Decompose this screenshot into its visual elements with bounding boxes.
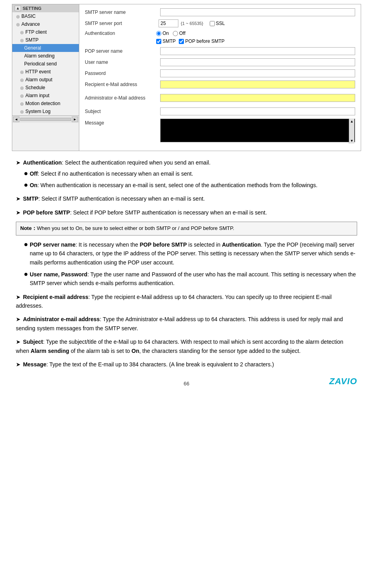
alarm-output-icon: ◎	[20, 78, 24, 82]
auth-on-label[interactable]: On	[156, 31, 169, 36]
page-footer: 66 ZAVIO	[12, 381, 361, 387]
recipient-p: ➤ Recipient e-mail address: Type the rec…	[16, 293, 357, 310]
authentication-label: Authentication	[85, 31, 156, 36]
recipient-heading: Recipient e-mail address	[23, 294, 88, 300]
sidebar-scroll-top[interactable]: ▲	[15, 6, 21, 11]
page-number: 66	[184, 381, 189, 387]
pop-before-smtp-text: : Select if POP before SMTP authenticati…	[70, 209, 267, 216]
form-panel: SMTP server name SMTP server port {1 ~ 6…	[79, 4, 361, 151]
message-para: ➤ Message: Type the text of the E-mail u…	[16, 360, 357, 369]
smtp-checkbox-label[interactable]: SMTP	[156, 38, 176, 44]
sidebar-item-alarm-sending[interactable]: Alarm sending	[12, 52, 79, 60]
sidebar-label-http: HTTP event	[25, 69, 51, 75]
message-text: : Type the text of the E-mail up to 384 …	[46, 361, 274, 368]
smtp-server-name-label: SMTP server name	[85, 10, 156, 15]
authentication-p: ➤ Authentication: Select the authenticat…	[16, 158, 357, 167]
arrow-prefix-recipient: ➤	[16, 294, 21, 300]
bullet-on: ● On: When authentication is necessary a…	[24, 181, 357, 190]
smtp-server-port-row: SMTP server port {1 ~ 65535} SSL	[85, 19, 355, 27]
smtp-server-name-input[interactable]	[160, 8, 355, 16]
note-label: Note：	[20, 225, 37, 231]
auth-off-radio[interactable]	[173, 31, 178, 36]
authentication-text: : Select the authentication required whe…	[62, 159, 210, 166]
smtp-server-port-input[interactable]	[159, 19, 178, 27]
arrow-prefix-subject: ➤	[16, 339, 21, 345]
sidebar-item-alarm-input[interactable]: ◎ Alarm input	[12, 92, 79, 100]
sidebar-title: SETTING	[23, 6, 42, 11]
admin-email-row: Administrator e-Mail address	[85, 94, 355, 102]
smtp-heading: SMTP	[23, 195, 38, 202]
sidebar-scroll-left[interactable]: ◄	[13, 117, 19, 122]
sidebar-label-motion: Motion detection	[25, 101, 60, 106]
auth-off-label[interactable]: Off	[173, 31, 186, 36]
motion-icon: ◎	[20, 102, 24, 106]
recipient-para: ➤ Recipient e-mail address: Type the rec…	[16, 293, 357, 310]
pop-server-name-label: POP server name	[85, 48, 156, 54]
indent-bullets: ● POP server name: It is necessary when …	[24, 240, 357, 288]
arrow-prefix-smtp: ➤	[16, 195, 21, 202]
sidebar-label-advance: Advance	[21, 21, 40, 27]
bullet-on-content: On: When authentication is necessary an …	[30, 181, 318, 190]
sidebar-item-http-event[interactable]: ◎ HTTP event	[12, 68, 79, 76]
bullet-dot-username: ●	[24, 270, 28, 288]
message-p: ➤ Message: Type the text of the E-mail u…	[16, 360, 357, 369]
pop-before-smtp-checkbox-label[interactable]: POP before SMTP	[179, 38, 224, 44]
bullet-dot-on: ●	[24, 181, 28, 190]
off-label: Off	[30, 170, 38, 177]
sidebar-bottom-bar: ◄ ►	[12, 115, 79, 123]
admin-para: ➤ Administrator e-mail address: Type the…	[16, 315, 357, 333]
sidebar-item-advance[interactable]: ◎ Advance	[12, 20, 79, 28]
message-textarea[interactable]	[160, 119, 355, 142]
bullet-off-content: Off: Select if no authentication is nece…	[30, 169, 193, 178]
sidebar-item-ftp-client[interactable]: ◎ FTP client	[12, 28, 79, 36]
subject-input[interactable]	[160, 107, 355, 115]
content-area: ➤ Authentication: Select the authenticat…	[12, 158, 361, 369]
smtp-text: : Select if SMTP authentication is neces…	[38, 195, 205, 202]
pop-server-text1: : It is necessary when the	[76, 241, 140, 248]
admin-p: ➤ Administrator e-mail address: Type the…	[16, 315, 357, 333]
auth-off-text: Off	[179, 31, 186, 36]
ssl-checkbox[interactable]	[210, 21, 215, 26]
pop-before-smtp-checkbox[interactable]	[179, 39, 184, 44]
authentication-para: ➤ Authentication: Select the authenticat…	[16, 158, 357, 190]
password-label: Password	[85, 71, 156, 76]
sidebar-scroll-right[interactable]: ►	[72, 117, 78, 122]
top-section: ▲ SETTING ◎ BASIC ◎ Advance ◎ FTP client…	[12, 4, 361, 151]
arrow-prefix-message: ➤	[16, 361, 21, 368]
subject-para: ➤ Subject: Type the subject/title of the…	[16, 337, 357, 355]
admin-heading: Administrator e-mail address	[23, 316, 100, 322]
admin-email-label: Administrator e-Mail address	[85, 95, 156, 101]
sidebar-label-system-log: System Log	[25, 109, 50, 114]
sidebar-item-basic[interactable]: ◎ BASIC	[12, 12, 79, 20]
sidebar-item-schedule[interactable]: ◎ Schedule	[12, 84, 79, 92]
admin-email-input[interactable]	[160, 94, 355, 102]
user-name-input[interactable]	[160, 58, 355, 66]
sidebar-item-smtp[interactable]: ◎ SMTP	[12, 36, 79, 44]
auth-on-radio[interactable]	[156, 31, 161, 36]
sidebar-item-periodical-send[interactable]: Periodical send	[12, 60, 79, 68]
ssl-label: SSL	[216, 21, 225, 26]
sidebar-item-system-log[interactable]: ◎ System Log	[12, 107, 79, 115]
bullet-dot-off: ●	[24, 169, 28, 178]
sidebar-label-periodical-send: Periodical send	[24, 61, 57, 67]
subject-row: Subject	[85, 107, 355, 115]
subject-label: Subject	[85, 109, 156, 114]
bullet-dot-pop-server: ●	[24, 240, 28, 267]
recipient-email-input[interactable]	[160, 80, 355, 88]
smtp-checkbox[interactable]	[156, 39, 161, 44]
sidebar-label-ftp: FTP client	[25, 29, 47, 35]
textarea-scroll-down[interactable]: ▼	[350, 139, 354, 143]
schedule-icon: ◎	[20, 86, 24, 90]
textarea-scroll-up[interactable]: ▲	[350, 119, 354, 123]
on-label: On	[30, 182, 37, 188]
smtp-p: ➤ SMTP: Select if SMTP authentication is…	[16, 194, 357, 203]
sidebar-item-motion-detection[interactable]: ◎ Motion detection	[12, 100, 79, 107]
alarm-input-icon: ◎	[20, 94, 24, 98]
pop-server-name-input[interactable]	[160, 47, 355, 55]
arrow-prefix-auth: ➤	[16, 159, 21, 166]
sidebar-item-alarm-output[interactable]: ◎ Alarm output	[12, 76, 79, 84]
smtp-icon: ◎	[20, 38, 24, 42]
authentication-heading: Authentication	[23, 159, 62, 166]
sidebar-item-general[interactable]: General	[12, 44, 79, 52]
password-input[interactable]	[160, 69, 355, 77]
